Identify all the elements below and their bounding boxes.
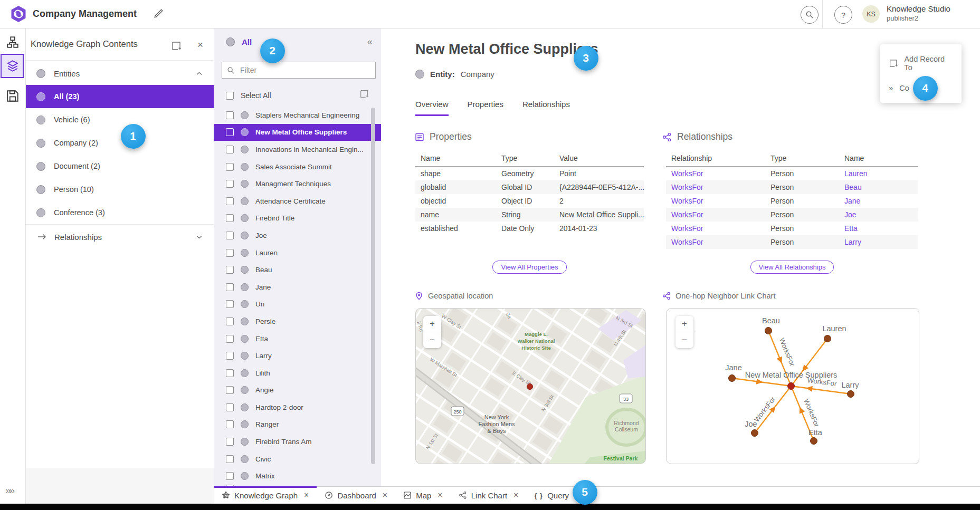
tab-link-chart[interactable]: Link Chart× [451,487,527,504]
cell-link[interactable]: WorksFor [666,210,765,219]
record-checkbox[interactable] [226,300,234,308]
record-checkbox[interactable] [226,232,234,239]
zoom-in-button[interactable]: + [675,316,693,332]
contents-entity-item[interactable]: All (23) [25,85,214,108]
edit-title-pencil-icon[interactable] [153,8,164,19]
record-checkbox[interactable] [226,335,234,343]
record-list-item[interactable]: Attendance Certificate [214,193,381,210]
record-checkbox[interactable] [226,386,234,394]
layers-icon[interactable] [6,60,19,72]
record-list-item[interactable]: Lauren [214,244,381,262]
contents-entity-item[interactable]: Document (2) [25,155,214,178]
help-icon[interactable]: ? [834,6,852,24]
cell-link[interactable]: Lauren [839,169,918,178]
record-checkbox[interactable] [226,146,234,153]
record-list-item[interactable]: Matrix [214,467,381,485]
close-panel-icon[interactable]: × [197,39,203,51]
cell-link[interactable]: Joe [839,210,918,219]
record-checkbox[interactable] [226,180,234,188]
search-icon[interactable] [801,6,819,24]
cell-link[interactable]: Larry [839,238,918,246]
cell-link[interactable]: WorksFor [666,197,765,205]
view-all-properties-button[interactable]: View All Properties [492,261,566,274]
tab-overview[interactable]: Overview [415,100,449,116]
record-checkbox[interactable] [226,438,234,446]
entities-section-header[interactable]: Entities [25,62,214,85]
contents-entity-item[interactable]: Company (2) [25,131,214,155]
tab-map[interactable]: Map× [395,487,451,504]
close-tab-icon[interactable]: × [437,490,442,500]
record-list-item[interactable]: Uri [214,296,381,313]
record-checkbox[interactable] [226,317,234,325]
record-list-item[interactable]: Joe [214,227,381,244]
cell-link[interactable]: Jane [839,197,918,205]
record-checkbox[interactable] [226,369,234,377]
tab-knowledge-graph[interactable]: Knowledge Graph× [214,487,317,504]
record-list-item[interactable]: Innovations in Mechanical Engin... [214,141,381,158]
cell-link[interactable]: Beau [839,183,918,191]
node-jane[interactable] [729,375,736,382]
menu-item-add-record-to[interactable]: Add Record To [880,49,962,78]
data-model-icon[interactable] [6,36,19,49]
node-beau[interactable] [765,328,772,334]
zoom-in-button[interactable]: + [423,316,441,332]
node-center[interactable] [788,383,795,390]
save-icon[interactable] [6,90,19,102]
record-list-item[interactable]: Etta [214,330,381,348]
tab-properties[interactable]: Properties [468,100,503,116]
add-record-icon[interactable] [171,41,182,51]
record-list-item[interactable]: Persie [214,313,381,330]
record-checkbox[interactable] [226,249,234,257]
select-all-checkbox[interactable] [226,92,234,100]
record-list-item[interactable]: Jane [214,278,381,296]
relationships-section-header[interactable]: Relationships [25,224,214,249]
one-hop-link-chart[interactable]: WorksForWorksForWorksForWorksForBeauLaur… [666,308,919,464]
cell-link[interactable]: WorksFor [666,238,765,246]
record-checkbox[interactable] [226,128,234,136]
record-checkbox[interactable] [226,352,234,360]
filter-input[interactable] [239,65,370,75]
record-checkbox[interactable] [226,472,234,480]
expand-panel-double-chevron-icon[interactable]: »» [5,485,13,496]
close-tab-icon[interactable]: × [383,490,387,500]
record-checkbox[interactable] [226,111,234,119]
close-tab-icon[interactable]: × [513,490,518,500]
record-checkbox[interactable] [226,214,234,222]
cell-link[interactable]: Etta [839,224,918,233]
tab-dashboard[interactable]: Dashboard× [317,487,395,504]
record-list-item[interactable]: Larry [214,347,381,364]
node-lauren[interactable] [824,335,831,342]
record-list-item[interactable]: Hardtop 2-door [214,399,381,416]
close-tab-icon[interactable]: × [304,490,309,500]
node-larry[interactable] [848,391,854,398]
collapse-panel-double-chevron-icon[interactable]: « [367,36,373,47]
record-list-item[interactable]: Sales Associate Summit [214,158,381,176]
cell-link[interactable]: WorksFor [666,183,765,191]
cell-link[interactable]: WorksFor [666,224,765,233]
record-checkbox[interactable] [226,403,234,411]
record-checkbox[interactable] [226,197,234,205]
user-info[interactable]: Knowledge Studio publisher2 [887,4,950,23]
record-list-item[interactable]: Firebird Title [214,210,381,227]
geospatial-map[interactable]: 25033W Clay Stk RoSaW Marshall StE Clay … [415,308,646,464]
node-etta[interactable] [811,438,817,445]
record-checkbox[interactable] [226,266,234,274]
record-list-item[interactable]: Staplers Mechanical Engineering [214,107,381,124]
contents-entity-item[interactable]: Vehicle (6) [25,108,214,131]
record-checkbox[interactable] [226,283,234,291]
avatar[interactable]: KS [862,5,880,23]
record-list-item[interactable]: Managment Techniques [214,175,381,193]
cell-link[interactable]: WorksFor [666,169,765,178]
record-list-item[interactable]: Civic [214,450,381,468]
record-list-item[interactable]: Ranger [214,416,381,434]
record-list-item[interactable]: Beau [214,261,381,278]
add-record-icon[interactable] [359,89,369,99]
record-list-item[interactable]: New Metal Office Suppliers [214,124,381,141]
zoom-out-button[interactable]: − [423,332,441,348]
record-list-item[interactable]: Angie [214,382,381,399]
map-marker[interactable] [527,384,533,390]
tab-query[interactable]: { }Query [526,487,577,504]
list-scrollbar-thumb[interactable] [371,108,375,464]
zoom-out-button[interactable]: − [675,332,693,348]
node-joe[interactable] [751,430,758,437]
